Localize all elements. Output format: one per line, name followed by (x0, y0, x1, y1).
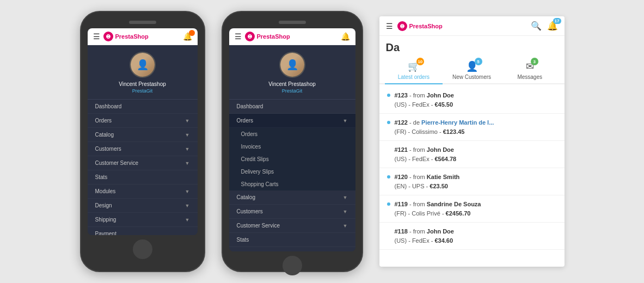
phone-1: ☰ PrestaShop 🔔 👤 Vincent Prestashop Pres… (80, 11, 205, 272)
order-item-118[interactable]: #118 - from John Doe (US) - FedEx - €34.… (379, 223, 565, 250)
order-item-121[interactable]: #121 - from John Doe (US) - FedEx - €564… (379, 141, 565, 168)
notification-badge: 17 (553, 18, 561, 24)
tab-label-messages: Messages (517, 74, 542, 80)
menu-item-modules[interactable]: Modules ▼ (229, 247, 355, 251)
chevron-icon: ▼ (185, 146, 190, 152)
menu-item-modules[interactable]: Modules ▼ (88, 184, 198, 199)
bell-badge-count (189, 30, 195, 36)
tab-latest-orders[interactable]: 🛒 10 Latest orders (385, 56, 443, 84)
order-dot (387, 121, 390, 124)
chevron-icon: ▼ (343, 118, 348, 124)
order-item-120[interactable]: #120 - from Katie Smith (EN) - UPS - €23… (379, 168, 565, 195)
menu-item-orders[interactable]: Orders ▼ (229, 114, 355, 128)
phone2-sidebar-menu: Dashboard Orders ▼ Orders Invoices Credi… (229, 100, 355, 251)
prestashop-logo: PrestaShop (103, 32, 149, 41)
search-icon[interactable]: 🔍 (531, 21, 542, 31)
phone2-speaker (279, 21, 306, 24)
chevron-icon: ▼ (185, 132, 190, 138)
phone-2-screen: ☰ PrestaShop 🔔 👤 Vincent Prestashop Pres… (229, 28, 355, 251)
menu-item-stats[interactable]: Stats (88, 170, 198, 184)
tab-label-orders: Latest orders (398, 74, 430, 80)
chevron-icon: ▼ (343, 195, 348, 200)
phone-2: ☰ PrestaShop 🔔 👤 Vincent Prestashop Pres… (222, 11, 363, 272)
hamburger-icon[interactable]: ☰ (93, 32, 100, 41)
logo-icon (103, 32, 113, 41)
prestashop-logo: PrestaShop (397, 21, 443, 31)
profile-name: Vincent Prestashop (234, 81, 351, 87)
menu-item-orders[interactable]: Orders ▼ (88, 114, 198, 128)
phone2-home-button[interactable] (283, 256, 302, 275)
menu-item-customers[interactable]: Customers ▼ (229, 205, 355, 219)
avatar-image: 👤 (131, 53, 155, 77)
menu-item-customer-service[interactable]: Customer Service ▼ (229, 219, 355, 233)
chevron-icon: ▼ (185, 203, 190, 208)
order-dot (387, 202, 390, 206)
menu-item-stats[interactable]: Stats (229, 233, 355, 247)
menu-item-customers[interactable]: Customers ▼ (88, 142, 198, 156)
profile-shop: PrestaGit (92, 88, 193, 94)
phone1-profile: 👤 Vincent Prestashop PrestaGit (88, 45, 198, 100)
tab-icon-wrap: 🛒 10 (408, 60, 420, 72)
avatar: 👤 (130, 52, 156, 78)
right-panel-header: ☰ PrestaShop 🔍 🔔 17 (379, 16, 565, 36)
submenu-item-orders[interactable]: Orders (229, 128, 355, 140)
tab-icon-wrap: ✉ 3 (526, 60, 534, 72)
tab-badge-customers: 5 (475, 58, 482, 65)
order-text: #119 - from Sandrine De Souza (FR) - Col… (395, 200, 557, 218)
menu-item-customer-service[interactable]: Customer Service ▼ (88, 156, 198, 170)
logo-icon (397, 21, 407, 31)
menu-item-catalog[interactable]: Catalog ▼ (88, 128, 198, 142)
chevron-icon: ▼ (185, 118, 190, 124)
submenu-item-shopping-carts[interactable]: Shopping Carts (229, 178, 355, 190)
phone1-header: ☰ PrestaShop 🔔 (88, 28, 198, 45)
menu-item-catalog[interactable]: Catalog ▼ (229, 190, 355, 205)
tab-messages[interactable]: ✉ 3 Messages (501, 56, 559, 83)
order-dot (387, 94, 390, 97)
menu-item-dashboard[interactable]: Dashboard (229, 100, 355, 114)
menu-item-payment[interactable]: Payment (88, 227, 198, 235)
submenu-item-credit-slips[interactable]: Credit Slips (229, 153, 355, 165)
chevron-icon: ▼ (185, 217, 190, 223)
order-text: #123 - from John Doe (US) - FedEx - €45.… (395, 91, 557, 109)
phone2-header: ☰ PrestaShop 🔔 (229, 28, 355, 45)
hamburger-icon[interactable]: ☰ (235, 32, 242, 41)
profile-name: Vincent Prestashop (92, 81, 193, 87)
order-item-122[interactable]: #122 - de Pierre-Henry Martin de l... (F… (379, 114, 565, 141)
order-dot (387, 175, 390, 179)
notification-button[interactable]: 🔔 17 (547, 21, 558, 31)
chevron-icon: ▼ (343, 223, 348, 229)
chevron-icon: ▼ (343, 251, 348, 252)
chevron-icon: ▼ (343, 209, 348, 214)
order-item-123[interactable]: #123 - from John Doe (US) - FedEx - €45.… (379, 87, 565, 114)
phone-home-button[interactable] (133, 239, 152, 259)
tab-label-customers: New Customers (452, 74, 491, 80)
tabs-row: 🛒 10 Latest orders 👤 5 New Customers ✉ 3… (379, 56, 565, 84)
avatar-image: 👤 (280, 53, 304, 77)
tab-new-customers[interactable]: 👤 5 New Customers (443, 56, 501, 83)
order-item-119[interactable]: #119 - from Sandrine De Souza (FR) - Col… (379, 195, 565, 223)
logo-text: PrestaShop (115, 33, 149, 40)
submenu-item-invoices[interactable]: Invoices (229, 140, 355, 153)
order-text: #122 - de Pierre-Henry Martin de l... (F… (395, 118, 557, 136)
logo-text: PrestaShop (409, 23, 443, 29)
menu-item-design[interactable]: Design ▼ (88, 199, 198, 213)
header-icons: 🔍 🔔 17 (531, 21, 558, 31)
chevron-icon: ▼ (185, 161, 190, 166)
chevron-icon: ▼ (185, 189, 190, 194)
order-text: #121 - from John Doe (US) - FedEx - €564… (387, 145, 557, 163)
logo-text: PrestaShop (257, 33, 290, 40)
bell-notification[interactable]: 🔔 (183, 32, 192, 41)
hamburger-icon[interactable]: ☰ (386, 22, 393, 30)
right-panel: ☰ PrestaShop 🔍 🔔 17 Da 🛒 10 Latest order… (379, 16, 565, 267)
order-list: #123 - from John Doe (US) - FedEx - €45.… (379, 84, 565, 264)
bell-notification[interactable]: 🔔 (341, 32, 350, 41)
menu-item-dashboard[interactable]: Dashboard (88, 100, 198, 114)
tab-badge-messages: 3 (531, 58, 538, 65)
submenu-item-delivery-slips[interactable]: Delivery Slips (229, 165, 355, 178)
menu-item-shipping[interactable]: Shipping ▼ (88, 213, 198, 227)
prestashop-logo: PrestaShop (245, 32, 290, 41)
page-title: Da (379, 36, 565, 56)
order-text: #120 - from Katie Smith (EN) - UPS - €23… (395, 173, 557, 190)
phone-speaker (129, 21, 156, 24)
phone-1-screen: ☰ PrestaShop 🔔 👤 Vincent Prestashop Pres… (88, 28, 198, 235)
